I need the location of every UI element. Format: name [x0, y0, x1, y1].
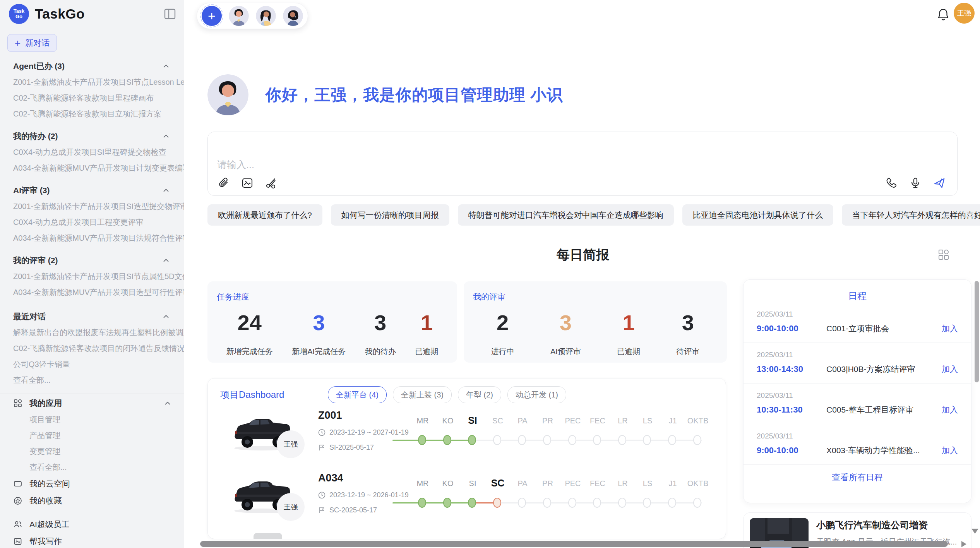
app-item-product-mgmt[interactable]: 产品管理	[0, 428, 184, 444]
sidebar-task-item[interactable]: C0X4-动力总成开发项目工程变更评审	[0, 214, 184, 230]
milestone-label: OKTB	[681, 479, 714, 488]
project-milestone-date: SI-2025-05-17	[318, 444, 407, 452]
sidebar-task-item[interactable]: Z001-全新燃油轻卡产品开发项目SI造型提交物评审	[0, 199, 184, 214]
project-row-a034[interactable]: 王强 A034 2023-12-19 ~ 2026-01-19 SC-2025-…	[208, 471, 726, 533]
recent-chat-item[interactable]: 解释最新出台的欧盟报废车法规再生塑料比例被调至15%...	[0, 325, 184, 341]
notifications-bell-icon[interactable]	[937, 8, 950, 22]
chevron-up-icon	[163, 259, 169, 262]
sidebar-task-item[interactable]: Z001-全新燃油轻卡产品开发项目SI节点属性5D文件评审	[0, 269, 184, 284]
stat-pending-review: 3待评审	[676, 311, 699, 357]
write-doc-icon	[13, 537, 22, 546]
view-all-schedule-link[interactable]: 查看所有日程	[744, 465, 971, 483]
section-my-todo: 我的待办 (2) C0X4-动力总成开发项目SI里程碑提交物检查 A034-全新…	[0, 128, 184, 176]
collapse-sidebar-icon[interactable]	[164, 9, 176, 19]
suggestion-chip[interactable]: 当下年轻人对汽车外观有怎样的喜好趋势	[842, 204, 980, 226]
send-icon[interactable]	[933, 177, 946, 189]
milestone-dot	[418, 435, 426, 445]
tab-new-platform[interactable]: 全新平台 (4)	[328, 386, 387, 403]
my-review-card: 我的评审 2进行中 3AI预评审 1已逾期 3待评审	[464, 281, 727, 363]
suggestion-chip[interactable]: 比亚迪全固态电池计划具体说了什么	[682, 204, 833, 226]
milestone-dot	[543, 435, 551, 445]
chat-input-box[interactable]: 请输入...	[207, 132, 958, 196]
section-header-agent-done[interactable]: Agent已办 (3)	[0, 58, 184, 74]
app-item-view-all[interactable]: 查看全部...	[0, 459, 184, 475]
tab-powertrain[interactable]: 动总开发 (1)	[507, 386, 566, 403]
stat-ai-pre-review: 3AI预评审	[550, 311, 581, 357]
recent-chat-item[interactable]: C02-飞腾新能源轻客改款项目的闭环通告反馈情况	[0, 341, 184, 356]
agent-avatar-1[interactable]	[229, 6, 249, 26]
schedule-time: 13:00-14:30	[757, 364, 826, 374]
scissors-icon[interactable]	[265, 177, 278, 189]
scroll-down-arrow[interactable]	[971, 529, 978, 534]
suggestion-chip[interactable]: 如何写一份清晰的项目周报	[331, 204, 449, 226]
section-agent-done: Agent已办 (3) Z001-全新燃油皮卡产品开发项目SI节点Lesson …	[0, 58, 184, 122]
join-link[interactable]: 加入	[942, 364, 958, 375]
sidebar-task-item[interactable]: A034-全新新能源MUV产品开发项目法规符合性评审	[0, 230, 184, 246]
next-project-peek	[254, 533, 282, 539]
schedule-item: 2025/03/11 13:00-14:30 C003|H0B-方案冻结评审 加…	[744, 343, 971, 384]
section-label: AI评审 (3)	[13, 185, 50, 196]
vertical-scrollbar[interactable]	[975, 281, 979, 382]
schedule-name: X003-车辆动力学性能验...	[826, 445, 942, 456]
new-chat-button[interactable]: + 新对话	[7, 34, 57, 52]
chat-input-placeholder: 请输入...	[217, 158, 254, 171]
section-header-ai-review[interactable]: AI评审 (3)	[0, 182, 184, 199]
sidebar-task-item[interactable]: A034-全新新能源MUV产品开发项目计划变更表编写	[0, 160, 184, 176]
sidebar-task-item[interactable]: A034-全新新能源MUV产品开发项目造型可行性评审	[0, 284, 184, 300]
sidebar-task-item[interactable]: C0X4-动力总成开发项目SI里程碑提交物检查	[0, 144, 184, 160]
microphone-icon[interactable]	[909, 177, 922, 189]
section-label: Agent已办 (3)	[13, 61, 65, 72]
scroll-right-arrow[interactable]	[961, 541, 966, 547]
join-link[interactable]: 加入	[942, 323, 958, 334]
project-info: A034 2023-12-19 ~ 2026-01-19 SC-2025-05-…	[318, 472, 407, 514]
section-my-review: 我的评审 (2) Z001-全新燃油轻卡产品开发项目SI节点属性5D文件评审 A…	[0, 252, 184, 300]
schedule-name: C001-立项审批会	[826, 323, 942, 334]
agent-switcher-bar: +	[197, 3, 308, 29]
tab-new-body[interactable]: 全新上装 (3)	[393, 386, 452, 403]
sidebar: Task Go TaskGo + 新对话 Agent已办 (3) Z001-全新…	[0, 0, 184, 548]
section-header-my-todo[interactable]: 我的待办 (2)	[0, 128, 184, 144]
tab-year-model[interactable]: 年型 (2)	[458, 386, 501, 403]
join-link[interactable]: 加入	[942, 404, 958, 415]
sidebar-task-item[interactable]: C02-飞腾新能源轻客改款项目立项汇报方案	[0, 106, 184, 122]
app-item-change-mgmt[interactable]: 变更管理	[0, 444, 184, 459]
sidebar-task-item[interactable]: C02-飞腾新能源轻客改款项目里程碑画布	[0, 90, 184, 106]
schedule-title: 日程	[744, 280, 971, 302]
chevron-up-icon	[163, 134, 169, 138]
suggestion-chip[interactable]: 欧洲新规最近颁布了什么?	[207, 204, 322, 226]
image-icon[interactable]	[241, 177, 254, 189]
project-row-z001[interactable]: 王强 Z001 2023-12-19 ~ 2027-01-19 SI-2025-…	[208, 408, 726, 471]
add-agent-button[interactable]: +	[202, 6, 222, 26]
sidebar-item-favorites[interactable]: 我的收藏	[0, 492, 184, 509]
phone-call-icon[interactable]	[885, 177, 898, 189]
sidebar-item-cloud-space[interactable]: 我的云空间	[0, 475, 184, 492]
schedule-item: 2025/03/11 10:30-11:30 C005-整车工程目标评审 加入	[744, 384, 971, 424]
agent-avatar-3[interactable]	[283, 6, 303, 26]
user-avatar[interactable]: 王强	[954, 3, 975, 24]
new-chat-label: 新对话	[25, 38, 50, 48]
daily-brief-title: 每日简报	[207, 246, 958, 264]
chevron-up-icon	[164, 401, 171, 405]
milestone-dot	[668, 435, 676, 445]
paperclip-icon[interactable]	[217, 177, 230, 189]
app-item-project-mgmt[interactable]: 项目管理	[0, 412, 184, 428]
app-title: TaskGo	[35, 6, 85, 22]
layout-grid-icon[interactable]	[937, 248, 950, 261]
sidebar-item-ai-staff[interactable]: AI超级员工	[0, 516, 184, 533]
section-header-my-review[interactable]: 我的评审 (2)	[0, 252, 184, 269]
sidebar-item-help-write[interactable]: 帮我写作	[0, 533, 184, 548]
clock-icon	[318, 491, 326, 499]
schedule-date: 2025/03/11	[757, 391, 958, 400]
agent-avatar-2[interactable]	[256, 6, 276, 26]
section-header-recent-chats[interactable]: 最近对话	[0, 308, 184, 325]
sidebar-task-item[interactable]: Z001-全新燃油皮卡产品开发项目SI节点Lesson Learn报告	[0, 74, 184, 90]
section-label: 我的评审 (2)	[13, 255, 58, 266]
suggestion-chip[interactable]: 特朗普可能对进口汽车增税会对中国车企造成哪些影响	[458, 204, 674, 226]
join-link[interactable]: 加入	[942, 445, 958, 456]
recent-chat-view-all[interactable]: 查看全部...	[0, 372, 184, 388]
task-progress-title: 任务进度	[217, 291, 448, 302]
recent-chat-item[interactable]: 公司Q3轻卡销量	[0, 356, 184, 372]
horizontal-scrollbar[interactable]	[200, 541, 948, 547]
sidebar-item-my-apps[interactable]: 我的应用	[0, 395, 184, 412]
logo-text-top: Task	[14, 9, 25, 14]
